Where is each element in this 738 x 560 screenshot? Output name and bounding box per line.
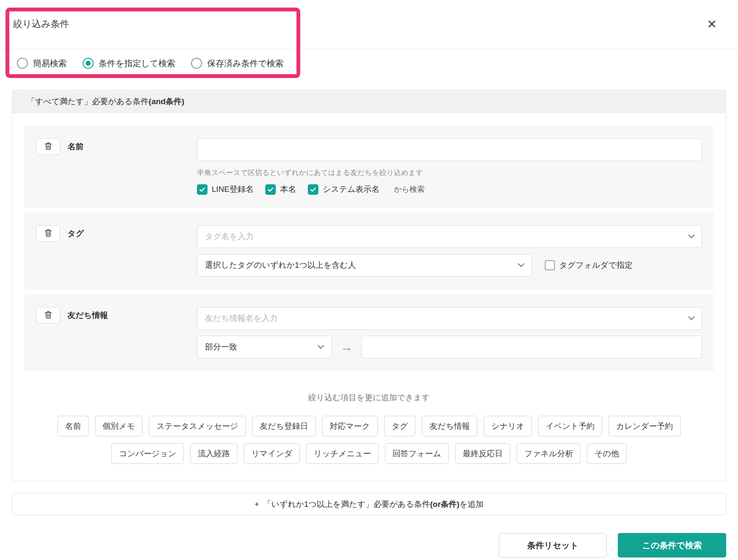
add-condition-chip[interactable]: 友だち情報 [422, 416, 477, 436]
tag-match-select-value: 選択したタグのいずれか1つ以上を含む人 [205, 260, 356, 271]
match-type-select-value: 部分一致 [205, 342, 237, 353]
add-item-row-1: 名前個別メモステータスメッセージ友だち登録日対応マークタグ友だち情報シナリオイベ… [24, 416, 714, 436]
or-add-text: 「いずれか1つ以上を満たす」必要がある条件(or条件)を追加 [263, 499, 484, 510]
checkbox-label: システム表示名 [323, 184, 380, 195]
trash-icon [44, 142, 53, 152]
name-search-fields: LINE登録名 本名 システム表示名 [197, 184, 702, 195]
checkbox-checked-icon[interactable] [197, 184, 207, 195]
name-helper-text: 半角スペースで区切るといずれかにあてはまる友だちを絞り込めます [197, 168, 702, 178]
radio-icon[interactable] [191, 58, 202, 69]
radio-label: 簡易検索 [33, 58, 67, 69]
checkbox-checked-icon[interactable] [265, 184, 276, 195]
and-panel-body: 名前 半角スペースで区切るといずれかにあてはまる友だちを絞り込めます LINE登… [12, 113, 726, 481]
tag-name-input[interactable] [197, 225, 702, 248]
condition-label: タグ [67, 225, 84, 242]
checkbox-label: LINE登録名 [212, 184, 253, 195]
arrow-right-icon: → [340, 340, 353, 354]
add-condition-chip[interactable]: 対応マーク [322, 416, 378, 436]
tag-folder-checkbox[interactable]: タグフォルダで指定 [545, 260, 633, 271]
search-with-conditions-button[interactable]: この条件で検索 [618, 533, 726, 557]
condition-row-right: 部分一致 → [197, 307, 702, 358]
and-panel-heading-bold: (and条件) [149, 96, 184, 107]
match-type-select[interactable]: 部分一致 [197, 336, 332, 358]
add-condition-chip[interactable]: タグ [384, 416, 416, 436]
checkbox-checked-icon[interactable] [308, 184, 318, 195]
search-mode-row: 簡易検索 条件を指定して検索 保存済み条件で検索 [0, 49, 738, 77]
condition-row-left: 友だち情報 [36, 307, 197, 358]
friend-info-combobox [197, 307, 702, 330]
add-condition-chip[interactable]: リマインダ [244, 443, 300, 464]
checkbox-label: タグフォルダで指定 [559, 260, 633, 271]
checkbox-unchecked-icon[interactable] [545, 260, 555, 270]
checkbox-system-name[interactable]: システム表示名 [308, 184, 380, 195]
search-from-suffix: から検索 [394, 184, 425, 194]
condition-row-right: 選択したタグのいずれか1つ以上を含む人 タグフォルダで指定 [197, 225, 702, 277]
add-or-condition-button[interactable]: + 「いずれか1つ以上を満たす」必要がある条件(or条件)を追加 [12, 493, 726, 515]
delete-condition-button[interactable] [36, 225, 60, 242]
add-condition-chip[interactable]: 友だち登録日 [252, 416, 316, 436]
add-condition-chip[interactable]: 回答フォーム [385, 443, 449, 464]
condition-row-left: 名前 [36, 138, 197, 195]
condition-label: 名前 [67, 138, 83, 155]
filter-modal: 絞り込み条件 ✕ 簡易検索 条件を指定して検索 保存済み条件で検索 「すべて満た… [0, 0, 738, 560]
tag-match-line: 選択したタグのいずれか1つ以上を含む人 タグフォルダで指定 [197, 254, 702, 277]
add-items-hint: 絞り込む項目を更に追加できます [24, 392, 714, 403]
condition-row-tag: タグ 選択したタグのいずれか1つ以上を含む人 タグフ [24, 213, 714, 289]
chevron-down-icon [318, 342, 324, 349]
radio-icon[interactable] [17, 58, 28, 69]
radio-condition-search[interactable]: 条件を指定して検索 [83, 58, 175, 69]
modal-header: 絞り込み条件 ✕ [0, 0, 738, 49]
and-panel-heading: 「すべて満たす」必要がある条件 (and条件) [12, 90, 726, 113]
add-condition-chip[interactable]: コンバージョン [111, 443, 184, 464]
condition-label: 友だち情報 [67, 307, 108, 323]
reset-conditions-button[interactable]: 条件リセット [499, 533, 607, 557]
and-panel-heading-text: 「すべて満たす」必要がある条件 [27, 96, 149, 107]
condition-row-left: タグ [36, 225, 197, 277]
radio-label: 保存済み条件で検索 [207, 58, 283, 69]
condition-row-right: 半角スペースで区切るといずれかにあてはまる友だちを絞り込めます LINE登録名 [197, 138, 702, 195]
radio-checked-icon[interactable] [83, 58, 94, 69]
add-condition-chip[interactable]: イベント予約 [538, 416, 602, 436]
delete-condition-button[interactable] [36, 307, 60, 323]
checkbox-real-name[interactable]: 本名 [265, 184, 296, 195]
friend-info-name-input[interactable] [197, 307, 702, 330]
add-condition-chip[interactable]: リッチメニュー [306, 443, 379, 464]
add-condition-chip[interactable]: ファネル分析 [517, 443, 581, 464]
close-icon[interactable]: ✕ [703, 16, 720, 33]
footer-actions: 条件リセット この条件で検索 [12, 533, 726, 557]
add-condition-chip[interactable]: 最終反応日 [455, 443, 510, 464]
condition-row-friend-info: 友だち情報 部分一致 → [24, 294, 714, 371]
add-condition-chip[interactable]: 名前 [57, 416, 89, 436]
radio-label: 条件を指定して検索 [99, 58, 175, 69]
delete-condition-button[interactable] [36, 138, 60, 155]
friend-info-match-line: 部分一致 → [197, 336, 702, 358]
tag-match-select[interactable]: 選択したタグのいずれか1つ以上を含む人 [197, 254, 532, 277]
radio-saved-search[interactable]: 保存済み条件で検索 [191, 58, 283, 69]
add-condition-chip[interactable]: シナリオ [484, 416, 532, 436]
condition-row-name: 名前 半角スペースで区切るといずれかにあてはまる友だちを絞り込めます LINE登… [24, 126, 714, 207]
add-condition-chip[interactable]: カレンダー予約 [609, 416, 681, 436]
name-input[interactable] [197, 138, 702, 161]
add-condition-chip[interactable]: 流入経路 [190, 443, 237, 464]
plus-icon: + [254, 500, 259, 509]
friend-info-value-input[interactable] [361, 336, 702, 358]
trash-icon [44, 310, 53, 320]
page-title: 絞り込み条件 [13, 18, 69, 30]
tag-name-combobox [197, 225, 702, 248]
add-condition-chip[interactable]: 個別メモ [95, 416, 143, 436]
checkbox-line-name[interactable]: LINE登録名 [197, 184, 253, 195]
checkbox-label: 本名 [280, 184, 296, 195]
trash-icon [44, 229, 53, 239]
radio-simple-search[interactable]: 簡易検索 [17, 58, 67, 69]
add-condition-chip[interactable]: その他 [587, 443, 627, 464]
add-item-row-2: コンバージョン流入経路リマインダリッチメニュー回答フォーム最終反応日ファネル分析… [24, 443, 714, 464]
chevron-down-icon [518, 261, 525, 267]
and-condition-panel: 「すべて満たす」必要がある条件 (and条件) [12, 90, 726, 481]
add-condition-chip[interactable]: ステータスメッセージ [149, 416, 246, 436]
